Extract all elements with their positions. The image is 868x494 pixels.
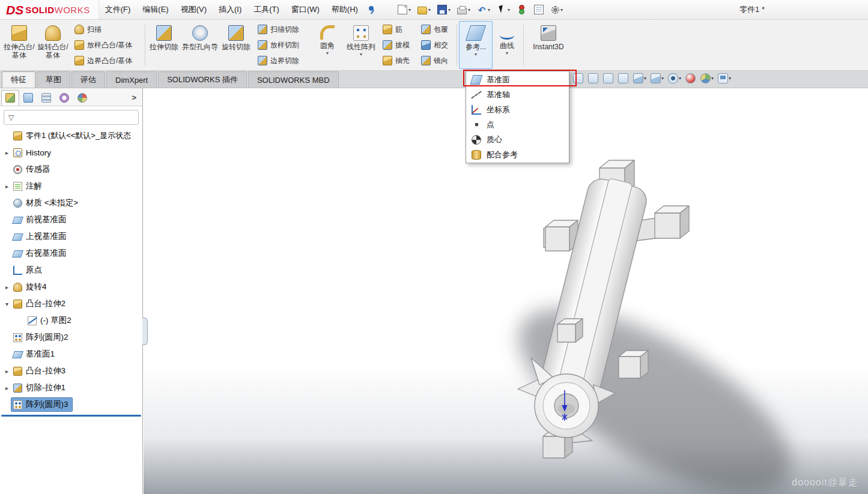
expand-arrow-icon[interactable]: ▾ (2, 301, 11, 307)
propertymanager-tab[interactable] (19, 90, 37, 106)
annotation-view-icon[interactable] (618, 73, 629, 83)
extruded-boss-base-button[interactable]: 拉伸凸台/基体 (2, 21, 36, 69)
menu-view[interactable]: 视图(V) (175, 0, 213, 19)
zoom-fit-icon[interactable] (573, 73, 584, 83)
revolved-cut-button[interactable]: 旋转切除 (219, 21, 253, 69)
tree-item[interactable]: 原点 (0, 262, 142, 279)
dimxpertmanager-tab[interactable] (55, 90, 73, 106)
section-view-icon[interactable] (603, 73, 614, 83)
wrap-button[interactable]: 包覆 (417, 22, 454, 37)
expand-arrow-icon[interactable]: ▸ (2, 149, 11, 156)
tab-dimxpert[interactable]: DimXpert (106, 71, 157, 88)
toolbar-icon (457, 8, 467, 14)
curves-button[interactable]: 曲线 ▾ (493, 21, 521, 69)
new-document-button[interactable]: ▾ (395, 3, 413, 16)
open-button[interactable]: ▾ (415, 3, 433, 16)
reference-plane-option[interactable]: 基准面 (466, 72, 569, 87)
tree-filter[interactable]: ▽ (4, 110, 139, 125)
pushpin-icon (367, 5, 376, 14)
tree-item[interactable]: 上视基准面 (0, 228, 142, 245)
menu-bar: DS SOLIDWORKS 文件(F) 编辑(E) 视图(V) 插入(I) 工具… (0, 0, 868, 20)
menu-help[interactable]: 帮助(H) (326, 0, 364, 19)
tab-evaluate[interactable]: 评估 (71, 71, 105, 88)
swept-boss-button[interactable]: 扫描 (71, 22, 142, 37)
menu-tools[interactable]: 工具(T) (247, 0, 285, 19)
tree-item[interactable]: 阵列(圆周)2 (0, 329, 142, 346)
undo-button[interactable]: ↶ ▾ (475, 3, 493, 16)
point-option[interactable]: 点 (466, 117, 569, 132)
menu-insert[interactable]: 插入(I) (213, 0, 247, 19)
tree-item[interactable]: 材质 <未指定> (0, 194, 142, 211)
configurationmanager-tab[interactable] (37, 90, 55, 106)
reference-geometry-button[interactable]: 参考... ▾ (459, 21, 493, 69)
tree-item[interactable]: (-) 草图2 (0, 312, 142, 329)
expand-arrow-icon[interactable]: ▸ (2, 183, 11, 190)
expand-arrow-icon[interactable]: ▸ (2, 368, 11, 375)
reference-axis-option[interactable]: 基准轴 (466, 87, 569, 102)
featuremanager-tab[interactable] (1, 90, 19, 106)
panel-splitter-handle[interactable] (142, 318, 148, 345)
coordinate-system-option[interactable]: 坐标系 (466, 102, 569, 117)
tab-solidworks-addins[interactable]: SOLIDWORKS 插件 (158, 71, 247, 88)
save-button[interactable]: ▾ (435, 3, 453, 16)
menu-file[interactable]: 文件(F) (99, 0, 137, 19)
tab-sketch[interactable]: 草图 (37, 71, 70, 88)
mirror-button[interactable]: 镜向 (417, 53, 454, 68)
tree-item[interactable]: ▸ 旋转4 (0, 279, 142, 295)
extruded-cut-button[interactable]: 拉伸切除 (147, 21, 181, 69)
panel-expand-chevron[interactable]: > (127, 93, 141, 102)
tree-item[interactable]: 阵列(圆周)3 (0, 396, 142, 413)
boundary-boss-button[interactable]: 边界凸台/基体 (71, 53, 142, 68)
tree-item[interactable]: 前视基准面 (0, 211, 142, 228)
rollback-bar[interactable] (1, 415, 141, 417)
apply-scene-icon[interactable]: ▾ (700, 73, 714, 83)
display-style-icon[interactable]: ▾ (651, 73, 664, 83)
revolved-boss-base-button[interactable]: 旋转凸台/基体 (36, 21, 70, 69)
tree-item[interactable]: ▸ 切除-拉伸1 (0, 379, 142, 396)
zoom-area-icon[interactable] (588, 73, 599, 83)
lofted-cut-button[interactable]: 放样切割 (254, 38, 309, 53)
intersect-button[interactable]: 相交 (417, 38, 454, 53)
tree-item[interactable]: 零件1 (默认<<默认>_显示状态 (0, 127, 142, 144)
tab-features[interactable]: 特征 (2, 71, 35, 88)
select-button[interactable]: ▾ (494, 3, 512, 16)
hide-show-items-icon[interactable]: ▾ (668, 73, 681, 83)
menu-edit[interactable]: 编辑(E) (136, 0, 174, 19)
rebuild-button[interactable] (514, 3, 530, 16)
boundary-cut-button[interactable]: 边界切除 (254, 53, 309, 68)
filter-input[interactable] (18, 113, 134, 122)
tree-item[interactable]: ▸ 凸台-拉伸3 (0, 363, 142, 379)
dropdown-arrow-icon: ▾ (506, 50, 508, 56)
linear-pattern-button[interactable]: 线性阵列 ▾ (344, 21, 378, 69)
expand-arrow-icon[interactable]: ▸ (2, 284, 11, 291)
tree-item[interactable]: ▸ History (0, 144, 142, 161)
edit-appearance-icon[interactable] (685, 73, 696, 83)
center-of-mass-option[interactable]: 质心 (466, 132, 569, 147)
tree-item-label: 前视基准面 (26, 214, 67, 225)
print-button[interactable]: ▾ (455, 4, 473, 16)
tree-item[interactable]: 传感器 (0, 161, 142, 178)
view-settings-icon[interactable]: ▾ (718, 73, 731, 83)
expand-arrow-icon[interactable]: ▸ (2, 385, 11, 391)
mate-reference-option[interactable]: 配合参考 (466, 147, 569, 162)
fillet-button[interactable]: 圆角 ▾ (311, 21, 344, 69)
displaymanager-tab[interactable] (73, 90, 91, 106)
options-button[interactable]: ▾ (549, 4, 565, 16)
ribbon-small-icon (258, 40, 267, 50)
swept-cut-button[interactable]: 扫描切除 (254, 22, 309, 37)
lofted-boss-button[interactable]: 放样凸台/基体 (71, 38, 142, 53)
tree-item[interactable]: ▾ 凸台-拉伸2 (0, 295, 142, 312)
instant3d-button[interactable]: Instant3D (526, 21, 571, 69)
shell-button[interactable]: 抽壳 (379, 53, 415, 68)
pushpin-toggle[interactable] (364, 0, 380, 19)
tree-item[interactable]: 基准面1 (0, 346, 142, 363)
menu-window[interactable]: 窗口(W) (285, 0, 326, 19)
tree-item[interactable]: 右视基准面 (0, 245, 142, 262)
draft-button[interactable]: 拔模 (379, 38, 415, 53)
tree-item[interactable]: ▸ 注解 (0, 178, 142, 194)
hole-wizard-button[interactable]: 异型孔向导 (181, 21, 219, 69)
view-orientation-icon[interactable]: ▾ (633, 73, 646, 83)
rib-button[interactable]: 筋 (379, 22, 415, 37)
file-properties-button[interactable] (532, 3, 547, 16)
tab-solidworks-mbd[interactable]: SOLIDWORKS MBD (248, 71, 339, 88)
